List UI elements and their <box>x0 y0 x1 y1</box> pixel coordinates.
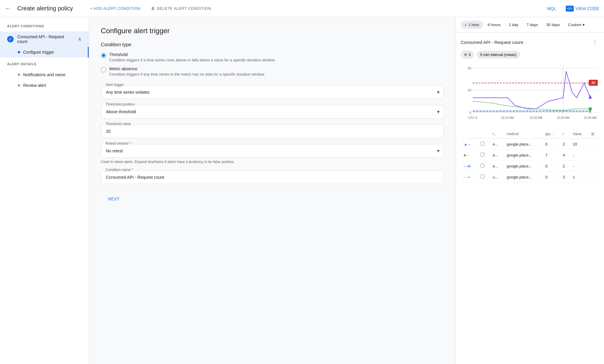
chart-controls: ≡ 3 5 min interval (mean) <box>461 50 599 59</box>
chevron-up-icon: ∧ <box>78 36 82 42</box>
blue-plus-icon: —⊕ <box>464 164 471 168</box>
time-1hour-button[interactable]: ✓ 1 hour <box>461 21 483 29</box>
threshold-radio-option[interactable]: Threshold Condition triggers if a time s… <box>101 52 444 63</box>
threshold-radio-desc: Condition triggers if a time series rise… <box>109 58 275 63</box>
add-alert-condition-button[interactable]: + ADD ALERT CONDITION <box>88 4 143 12</box>
topbar: ← Create alerting policy + ADD ALERT CON… <box>0 0 604 17</box>
svg-text:10:30 AM: 10:30 AM <box>584 116 597 119</box>
table-row: —✕ u... google.place... 0 2 1 <box>461 172 599 183</box>
series-icon-cell: —✕ <box>461 172 478 183</box>
svg-text:✕: ✕ <box>589 110 592 114</box>
l-value-cell: e... <box>490 150 504 161</box>
alert-trigger-label: Alert trigger <box>104 83 125 87</box>
interval-button[interactable]: 5 min interval (mean) <box>476 51 520 59</box>
time-range-bar: ✓ 1 hour 6 hours 1 day 7 days 30 days Cu… <box>456 17 604 33</box>
gray-x-icon: —✕ <box>464 175 471 179</box>
sidebar-item-review-alert[interactable]: Review alert <box>0 80 89 91</box>
check-icon-small: ✓ <box>464 23 467 27</box>
retest-window-select-wrapper: No retest ▾ <box>101 144 444 158</box>
series-icon-cell: —⊕ <box>461 161 478 172</box>
grp-cell: 0 <box>542 139 560 150</box>
mql-button[interactable]: MQL <box>547 6 556 11</box>
svg-text:30: 30 <box>468 66 471 70</box>
condition-name-input[interactable] <box>101 170 444 184</box>
threshold-value-input[interactable] <box>101 124 444 138</box>
sidebar-item-notifications[interactable]: Notifications and name <box>0 69 89 80</box>
time-30days-button[interactable]: 30 days <box>543 21 563 29</box>
notifications-label: Notifications and name <box>23 72 65 77</box>
threshold-radio[interactable] <box>101 53 106 58</box>
condition-name-field: Condition name <box>101 170 444 184</box>
col-method: method <box>504 130 542 139</box>
view-code-button[interactable]: </> VIEW CODE <box>566 6 599 12</box>
r-cell: 2 <box>560 161 570 172</box>
sidebar-item-consumed-api[interactable]: ✓ Consumed API - Request count ∧ <box>0 31 89 47</box>
alert-trigger-field: Alert trigger Any time series violates ▾ <box>101 85 444 99</box>
table-row: ■→ e... google.place... 7 4 - <box>461 150 599 161</box>
retest-window-hint: Used to retest alerts. Expand timeframe … <box>101 159 444 165</box>
chart-title: Consumed API - Request count <box>461 40 523 45</box>
alert-trigger-select-wrapper: Any time series violates ▾ <box>101 85 444 99</box>
series-icon-cell: ■→ <box>461 150 478 161</box>
active-dot-icon <box>18 51 20 53</box>
condition-type-label: Condition type <box>101 42 444 47</box>
chart-header: Consumed API - Request count ⋮ <box>461 37 599 47</box>
time-custom-button[interactable]: Custom ▾ <box>565 21 588 29</box>
main-layout: ALERT CONDITIONS ✓ Consumed API - Reques… <box>0 17 604 364</box>
col-grp: grp... <box>542 130 560 139</box>
l-value-cell: u... <box>490 172 504 183</box>
metric-absence-radio-desc: Condition triggers if any time series in… <box>109 72 264 77</box>
row-checkbox[interactable] <box>481 153 484 157</box>
metric-absence-radio-option[interactable]: Metric absence Condition triggers if any… <box>101 66 444 77</box>
svg-text:10: 10 <box>468 88 471 92</box>
col-series <box>461 130 478 139</box>
alert-trigger-select[interactable]: Any time series violates <box>101 85 444 99</box>
col-value: Value <box>570 130 588 139</box>
more-options-icon[interactable]: ⋮ <box>591 37 599 47</box>
sidebar-item-configure-trigger[interactable]: Configure trigger <box>0 47 89 58</box>
delete-alert-condition-button[interactable]: 🗑 DELETE ALERT CONDITION <box>149 4 213 12</box>
next-button[interactable]: NEXT <box>101 194 127 204</box>
sidebar: ALERT CONDITIONS ✓ Consumed API - Reques… <box>0 17 89 364</box>
series-icon-cell: ▲→ <box>461 139 478 150</box>
value-cell: - <box>570 161 588 172</box>
row-checkbox-cell[interactable] <box>478 172 490 183</box>
filter-button[interactable]: ≡ 3 <box>461 50 474 59</box>
threshold-position-select[interactable]: Above threshold <box>101 105 444 119</box>
metric-absence-radio[interactable] <box>101 67 106 72</box>
row-checkbox[interactable] <box>481 175 484 178</box>
retest-window-field: Retest window No retest ▾ Used to retest… <box>101 144 444 165</box>
row-checkbox-cell[interactable] <box>478 139 490 150</box>
right-panel: ✓ 1 hour 6 hours 1 day 7 days 30 days Cu… <box>456 17 604 364</box>
green-square-icon: ■→ <box>464 153 470 157</box>
threshold-value-label: Threshold value <box>104 122 132 126</box>
time-1day-button[interactable]: 1 day <box>505 21 522 29</box>
purple-triangle-icon: ▲→ <box>464 142 471 146</box>
svg-text:20: 20 <box>591 81 595 84</box>
retest-window-select[interactable]: No retest <box>101 144 444 158</box>
time-6hours-button[interactable]: 6 hours <box>484 21 504 29</box>
time-7days-button[interactable]: 7 days <box>523 21 541 29</box>
threshold-radio-label: Threshold <box>109 52 275 57</box>
row-checkbox[interactable] <box>481 142 484 146</box>
page-title: Create alerting policy <box>17 5 73 12</box>
method-cell: google.place... <box>504 139 542 150</box>
chart-svg: 30 10 0 20 <box>461 62 599 128</box>
trash-icon: 🗑 <box>151 6 155 11</box>
condition-type-radio-group: Threshold Condition triggers if a time s… <box>101 52 444 77</box>
row-checkbox-cell[interactable] <box>478 161 490 172</box>
row-checkbox-cell[interactable] <box>478 150 490 161</box>
code-icon: </> <box>566 6 574 12</box>
row-checkbox[interactable] <box>481 164 484 167</box>
svg-text:0: 0 <box>469 111 471 114</box>
threshold-position-field: Threshold position Above threshold ▾ <box>101 105 444 119</box>
back-button[interactable]: ← <box>5 5 11 12</box>
grp-cell: 0 <box>542 161 560 172</box>
condition-name-label: Condition name <box>104 168 134 172</box>
data-table: l... method grp... r Value ⊞ ▲→ <box>461 130 599 183</box>
configure-trigger-label: Configure trigger <box>23 50 54 55</box>
value-cell: 1 <box>570 172 588 183</box>
r-cell: 2 <box>560 139 570 150</box>
threshold-value-field: Threshold value <box>101 124 444 138</box>
svg-text:UTC-5: UTC-5 <box>468 116 477 119</box>
